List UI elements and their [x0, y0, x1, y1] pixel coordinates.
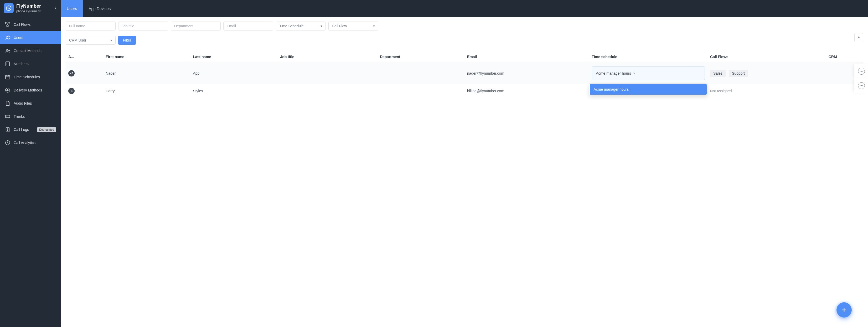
- avatar: HS: [68, 88, 74, 94]
- sidebar-item-call-analytics[interactable]: Call Analytics: [0, 136, 61, 149]
- col-time-schedule[interactable]: Time schedule: [589, 51, 708, 63]
- filter-job-title-input[interactable]: [118, 22, 168, 30]
- filter-call-flow-select[interactable]: Call Flow ▾: [329, 22, 378, 30]
- table-header-row: A... First name Last name Job title Depa…: [66, 51, 863, 63]
- users-table: A... First name Last name Job title Depa…: [66, 51, 863, 98]
- filter-email-input[interactable]: [223, 22, 273, 30]
- sidebar-nav: Call Flows Users Contact Methods Numbers…: [0, 18, 61, 149]
- export-download-button[interactable]: [854, 33, 863, 42]
- sidebar-item-delivery-methods[interactable]: Delivery Methods: [0, 84, 61, 97]
- tab-label: App Devices: [89, 6, 111, 11]
- col-call-flows[interactable]: Call Flows: [708, 51, 826, 63]
- filter-bar: Time Schedule ▾ Call Flow ▾ CRM User ▾ F…: [61, 17, 868, 45]
- cell-email: billing@flynumber.com: [464, 84, 589, 98]
- col-avatar[interactable]: A...: [66, 51, 103, 63]
- filter-time-schedule-select[interactable]: Time Schedule ▾: [276, 22, 326, 30]
- phone-icon: [6, 5, 11, 11]
- sidebar-item-label: Numbers: [14, 62, 29, 66]
- chevron-down-icon: ▾: [320, 24, 322, 28]
- svg-point-7: [9, 50, 10, 51]
- cell-last-name: Styles: [190, 84, 277, 98]
- row-more-button[interactable]: [858, 68, 865, 75]
- brand-logo: [4, 3, 14, 13]
- text-cursor: [594, 71, 594, 76]
- table-row[interactable]: HS Harry Styles billing@flynumber.com No…: [66, 84, 863, 98]
- brand-text: FlyNumber phone.systems™: [16, 3, 41, 13]
- brand-title: FlyNumber: [16, 3, 41, 9]
- flow-icon: [5, 22, 10, 27]
- svg-point-14: [860, 71, 861, 72]
- col-department[interactable]: Department: [377, 51, 464, 63]
- svg-rect-2: [8, 22, 10, 24]
- sidebar-item-label: Call Analytics: [14, 141, 35, 145]
- cell-email: nader@flynumber.com: [464, 63, 589, 84]
- tab-users[interactable]: Users: [61, 0, 83, 17]
- cell-job-title: [277, 63, 377, 84]
- time-schedule-multiselect[interactable]: Acme manager hours ×: [592, 66, 705, 80]
- svg-rect-1: [5, 22, 7, 24]
- col-email[interactable]: Email: [464, 51, 589, 63]
- plus-icon: [841, 306, 847, 313]
- sidebar-item-trunks[interactable]: Trunks: [0, 110, 61, 123]
- filter-full-name-input[interactable]: [66, 22, 116, 30]
- svg-point-6: [6, 49, 8, 51]
- deprecated-badge: Deprecated: [37, 127, 56, 132]
- svg-rect-11: [5, 115, 10, 118]
- cell-call-flows: Not Assigned: [708, 84, 826, 98]
- cell-time-schedule: Acme manager hours × Acme manager hours: [589, 63, 708, 84]
- users-table-wrap: A... First name Last name Job title Depa…: [61, 51, 868, 98]
- sidebar-item-call-flows[interactable]: Call Flows: [0, 18, 61, 31]
- sidebar-item-contact-methods[interactable]: Contact Methods: [0, 44, 61, 57]
- remove-tag-icon[interactable]: ×: [633, 71, 635, 75]
- cell-first-name: Harry: [103, 84, 190, 98]
- cell-last-name: App: [190, 63, 277, 84]
- select-label: CRM User: [69, 38, 86, 42]
- sidebar-item-label: Users: [14, 35, 23, 40]
- more-horizontal-icon: [860, 85, 863, 86]
- filter-department-input[interactable]: [171, 22, 221, 30]
- add-fab-button[interactable]: [836, 302, 852, 318]
- table-row[interactable]: NA Nader App nader@flynumber.com Acme: [66, 63, 863, 84]
- call-flow-tag[interactable]: Sales: [710, 70, 725, 77]
- sidebar-item-audio-files[interactable]: Audio Files: [0, 97, 61, 110]
- call-flow-tag[interactable]: Support: [729, 70, 748, 77]
- svg-point-4: [6, 36, 8, 38]
- topbar: Users App Devices: [61, 0, 868, 17]
- svg-point-18: [861, 85, 862, 86]
- col-last-name[interactable]: Last name: [190, 51, 277, 63]
- time-schedule-dropdown: Acme manager hours: [589, 83, 708, 95]
- sidebar-item-call-logs[interactable]: Call Logs Deprecated: [0, 123, 61, 136]
- col-first-name[interactable]: First name: [103, 51, 190, 63]
- col-job-title[interactable]: Job title: [277, 51, 377, 63]
- download-icon: [857, 35, 861, 40]
- tab-app-devices[interactable]: App Devices: [83, 0, 116, 17]
- contact-icon: [5, 48, 10, 54]
- cell-call-flows: Sales Support: [708, 63, 826, 84]
- svg-point-15: [861, 71, 862, 72]
- analytics-icon: [5, 140, 10, 146]
- schedule-tag-label: Acme manager hours: [596, 71, 631, 76]
- call-flows-not-assigned: Not Assigned: [710, 89, 732, 93]
- col-crm[interactable]: CRM: [826, 51, 863, 63]
- delivery-icon: [5, 87, 10, 93]
- users-icon: [5, 35, 10, 40]
- sidebar-item-label: Audio Files: [14, 101, 32, 106]
- svg-point-10: [5, 88, 10, 92]
- main-area: Users App Devices Time Schedule ▾ Call F…: [61, 0, 868, 327]
- sidebar-item-label: Call Logs: [14, 127, 29, 132]
- filter-button[interactable]: Filter: [118, 36, 136, 45]
- sidebar-collapse-button[interactable]: [53, 5, 58, 11]
- dropdown-item-acme-manager-hours[interactable]: Acme manager hours: [590, 84, 707, 95]
- svg-rect-3: [6, 25, 8, 27]
- row-more-button[interactable]: [858, 82, 865, 89]
- svg-rect-9: [5, 76, 10, 79]
- filter-crm-user-select[interactable]: CRM User ▾: [66, 36, 116, 45]
- select-label: Time Schedule: [279, 24, 304, 28]
- calendar-icon: [5, 74, 10, 80]
- sidebar-item-numbers[interactable]: Numbers: [0, 57, 61, 70]
- sidebar-item-users[interactable]: Users: [0, 31, 61, 44]
- content: Time Schedule ▾ Call Flow ▾ CRM User ▾ F…: [61, 17, 868, 327]
- chevron-down-icon: ▾: [110, 38, 112, 42]
- sidebar-item-time-schedules[interactable]: Time Schedules: [0, 70, 61, 84]
- row-actions: [854, 78, 868, 93]
